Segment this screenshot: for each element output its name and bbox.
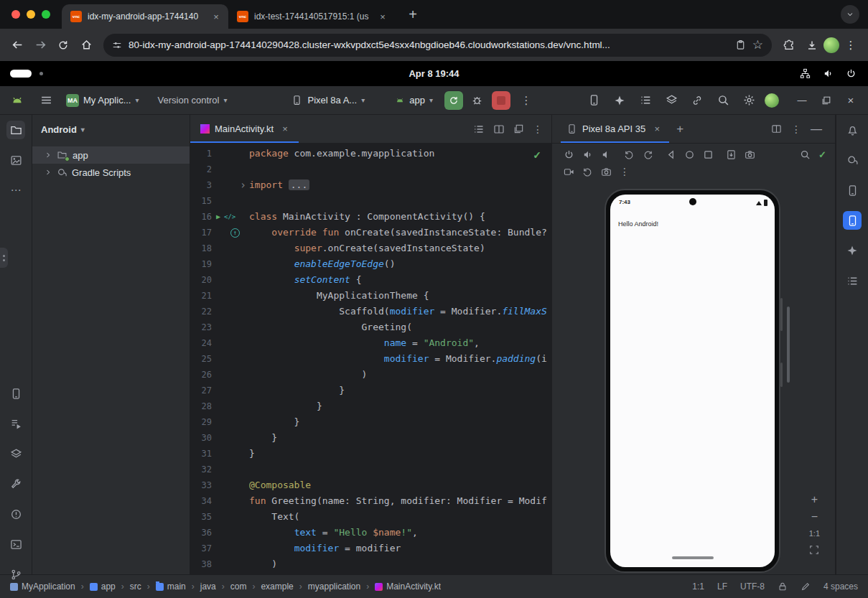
- run-config-selector[interactable]: app ▾: [395, 95, 433, 106]
- minimize-window-button[interactable]: [27, 10, 35, 19]
- inspection-status-icon[interactable]: ✓: [533, 149, 541, 161]
- run-gutter-icon[interactable]: ▶: [216, 209, 220, 225]
- fullscreen-window-button[interactable]: [42, 10, 50, 19]
- panel-options-icon[interactable]: ⋮: [791, 123, 801, 135]
- build-tool-icon[interactable]: [6, 475, 25, 493]
- resource-manager-icon[interactable]: [6, 151, 25, 169]
- code-line[interactable]: 31}: [190, 446, 551, 462]
- structure-tool-icon[interactable]: [843, 271, 862, 290]
- android-back-icon[interactable]: [666, 149, 676, 160]
- ide-minimize-icon[interactable]: —: [792, 90, 812, 111]
- code-text[interactable]: }: [249, 414, 551, 430]
- emulator-screen[interactable]: 7:43 Hello Android!: [610, 195, 775, 567]
- android-overview-icon[interactable]: [703, 149, 714, 160]
- gutter[interactable]: [212, 319, 249, 335]
- zoom-reset-button[interactable]: 1:1: [809, 529, 820, 538]
- code-line[interactable]: 1package com.example.myapplication: [190, 146, 551, 162]
- code-line[interactable]: 20 setContent {: [190, 272, 551, 288]
- run-button[interactable]: [444, 91, 463, 110]
- code-line[interactable]: 27 }: [190, 383, 551, 398]
- build-variants-icon[interactable]: [6, 444, 25, 463]
- notifications-icon[interactable]: [843, 121, 862, 139]
- detach-editor-icon[interactable]: [513, 123, 524, 134]
- volume-up-icon[interactable]: [582, 149, 593, 160]
- gutter[interactable]: [212, 509, 249, 525]
- gutter[interactable]: [212, 304, 249, 319]
- volume-down-icon[interactable]: [601, 149, 612, 160]
- code-line[interactable]: 32: [190, 462, 551, 477]
- tool-window-drag-handle[interactable]: [0, 248, 8, 268]
- ide-close-icon[interactable]: ×: [841, 90, 861, 111]
- main-menu-icon[interactable]: [36, 90, 56, 111]
- editor-tab-mainactivity[interactable]: MainActivity.kt ×: [190, 115, 299, 143]
- open-files-icon[interactable]: [473, 123, 485, 135]
- breadcrumb-item[interactable]: myapplication: [308, 581, 360, 592]
- hide-panel-icon[interactable]: —: [811, 123, 822, 136]
- indent-setting[interactable]: 4 spaces: [823, 581, 858, 592]
- tab-close-icon[interactable]: ×: [376, 10, 389, 23]
- code-line[interactable]: 36 text = "Hello $name!",: [190, 525, 551, 541]
- android-home-icon[interactable]: [684, 149, 695, 160]
- code-area[interactable]: ✓ 1package com.example.myapplication23›i…: [190, 144, 551, 574]
- code-text[interactable]: modifier = Modifier.padding(i: [249, 351, 551, 367]
- project-widget[interactable]: MA My Applic... ▾: [66, 94, 139, 107]
- gutter[interactable]: [212, 525, 249, 541]
- project-view-selector[interactable]: Android ▾: [32, 115, 190, 144]
- code-text[interactable]: class MainActivity : ComponentActivity()…: [249, 209, 551, 225]
- code-line[interactable]: 24 name = "Android",: [190, 335, 551, 351]
- gutter[interactable]: ↑: [212, 225, 249, 240]
- fit-to-window-icon[interactable]: [809, 545, 819, 555]
- code-text[interactable]: [249, 462, 551, 477]
- gutter[interactable]: [212, 240, 249, 256]
- network-icon[interactable]: [800, 68, 811, 79]
- address-bar[interactable]: 80-idx-my-android-app-1744140290428.clus…: [103, 34, 772, 57]
- breadcrumb-item[interactable]: example: [261, 581, 293, 592]
- gutter[interactable]: ›: [212, 177, 249, 193]
- stop-button[interactable]: [492, 91, 510, 110]
- line-separator[interactable]: LF: [717, 581, 727, 592]
- gutter[interactable]: [212, 477, 249, 493]
- code-text[interactable]: }: [249, 446, 551, 462]
- device-tab-close-icon[interactable]: ×: [650, 123, 663, 136]
- ide-restore-icon[interactable]: [816, 90, 836, 111]
- extensions-icon[interactable]: [778, 34, 801, 57]
- bookmark-star-icon[interactable]: ☆: [752, 37, 763, 52]
- app-inspection-icon[interactable]: [661, 90, 681, 111]
- breadcrumb-item[interactable]: com: [230, 581, 247, 592]
- tree-item-gradle-scripts[interactable]: Gradle Scripts: [32, 164, 190, 181]
- code-text[interactable]: fun Greeting(name: String, modifier: Mod…: [249, 493, 551, 509]
- back-button[interactable]: [6, 34, 29, 57]
- file-encoding[interactable]: UTF-8: [740, 581, 765, 592]
- site-settings-icon[interactable]: [112, 40, 122, 50]
- panel-scrollbar[interactable]: [787, 307, 790, 383]
- gutter[interactable]: [212, 462, 249, 477]
- lock-icon[interactable]: [778, 581, 788, 592]
- vnc-activities-pill[interactable]: [10, 70, 32, 78]
- breadcrumb-item[interactable]: main: [156, 581, 186, 592]
- code-line[interactable]: 3›import ...: [190, 177, 551, 193]
- tab-search-button[interactable]: [841, 5, 859, 24]
- gutter[interactable]: [212, 430, 249, 446]
- code-line[interactable]: 34fun Greeting(name: String, modifier: M…: [190, 493, 551, 509]
- code-text[interactable]: import ...: [249, 177, 551, 193]
- version-control-tool-icon[interactable]: [6, 565, 25, 584]
- emulator-more-icon[interactable]: ⋮: [620, 166, 630, 177]
- code-line[interactable]: 23 Greeting(: [190, 319, 551, 335]
- run-more-options-icon[interactable]: ⋮: [516, 90, 536, 111]
- downloads-icon[interactable]: [801, 34, 823, 57]
- terminal-tool-icon[interactable]: [6, 535, 25, 553]
- ide-profile-avatar[interactable]: [765, 93, 779, 108]
- gemini-icon[interactable]: [843, 241, 862, 260]
- gutter[interactable]: [212, 446, 249, 462]
- gutter[interactable]: [212, 556, 249, 572]
- code-line[interactable]: 21 MyApplicationTheme {: [190, 288, 551, 304]
- reload-button[interactable]: [52, 34, 75, 57]
- navigation-handle[interactable]: [672, 556, 714, 559]
- device-streaming-icon[interactable]: [584, 90, 604, 111]
- project-tool-icon[interactable]: [6, 121, 25, 139]
- run-tool-icon[interactable]: [6, 414, 25, 433]
- compose-preview-icon[interactable]: </>: [224, 209, 235, 225]
- panel-layout-icon[interactable]: [771, 123, 782, 134]
- code-text[interactable]: enableEdgeToEdge(): [249, 256, 551, 272]
- code-line[interactable]: 17↑ override fun onCreate(savedInstanceS…: [190, 225, 551, 240]
